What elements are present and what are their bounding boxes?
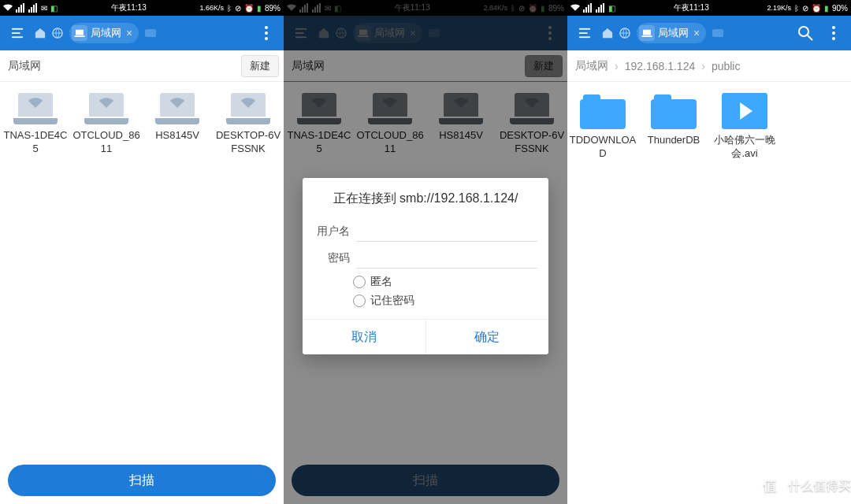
- chevron-right-icon: ›: [701, 60, 705, 72]
- breadcrumb-seg[interactable]: 局域网: [575, 59, 608, 73]
- net-speed: 1.66K/s: [199, 4, 224, 12]
- anonymous-checkbox[interactable]: 匿名: [314, 275, 537, 289]
- location-tab[interactable]: 局域网 ×: [637, 23, 706, 43]
- laptop-icon: [84, 93, 128, 124]
- dialog-title: 正在连接到 smb://192.168.1.124/: [314, 191, 537, 207]
- svg-point-24: [799, 27, 808, 36]
- battery-text: 90%: [832, 4, 848, 13]
- home-icon[interactable]: [602, 28, 613, 39]
- tab-label: 局域网: [658, 26, 689, 40]
- battery-icon: ▮: [257, 4, 262, 13]
- globe-icon[interactable]: [619, 28, 630, 39]
- folder-item[interactable]: TDDOWNLOAD: [567, 88, 638, 165]
- alarm-icon: ⏰: [812, 4, 821, 13]
- breadcrumb-seg[interactable]: 192.168.1.124: [625, 60, 696, 72]
- signal-icon: [596, 3, 605, 13]
- globe-icon[interactable]: [52, 28, 63, 39]
- folder-icon: [580, 93, 626, 129]
- lan-icon: [639, 25, 655, 41]
- battery-icon: ▮: [824, 4, 829, 13]
- new-button[interactable]: 新建: [241, 55, 279, 77]
- signal-icon: [28, 3, 38, 13]
- svg-rect-5: [74, 35, 84, 37]
- password-input[interactable]: [356, 248, 537, 269]
- bluetooth-icon: ᛒ: [794, 4, 799, 13]
- close-tab-icon[interactable]: ×: [124, 27, 134, 39]
- video-item[interactable]: 小哈佛六一晚会.avi: [709, 88, 780, 165]
- password-label: 密码: [314, 251, 350, 265]
- breadcrumb: 局域网 新建: [0, 50, 284, 82]
- net-speed: 2.19K/s: [767, 4, 791, 12]
- svg-point-26: [832, 26, 835, 29]
- phone-screen-1: ✉ ◧ 午夜11:13 1.66K/s ᛒ ⊘ ⏰ ▮ 89% 局域网 ×: [0, 0, 284, 504]
- folder-icon: [651, 93, 697, 129]
- svg-point-7: [265, 32, 268, 35]
- bluetooth-icon: ᛒ: [227, 4, 232, 13]
- connect-dialog: 正在连接到 smb://192.168.1.124/ 用户名 密码 匿名 记住密…: [303, 178, 548, 354]
- device-item[interactable]: HS8145V: [142, 88, 213, 161]
- dnd-icon: ⊘: [802, 4, 808, 13]
- status-bar: ◧ 午夜11:13 2.19K/s ᛒ ⊘ ⏰ ▮ 90%: [567, 0, 851, 16]
- search-button[interactable]: [794, 22, 816, 44]
- svg-point-6: [265, 26, 268, 29]
- wechat-icon: ✉: [41, 4, 47, 13]
- overflow-menu[interactable]: [823, 22, 845, 44]
- battery-text: 89%: [265, 4, 281, 13]
- phone-screen-3: ◧ 午夜11:13 2.19K/s ᛒ ⊘ ⏰ ▮ 90% 局域网 ×: [567, 0, 851, 504]
- new-tab-button[interactable]: [712, 29, 723, 37]
- clock-text: 午夜11:13: [674, 2, 709, 13]
- svg-point-27: [832, 32, 835, 35]
- laptop-icon: [155, 93, 199, 124]
- clock-text: 午夜11:13: [111, 2, 147, 13]
- breadcrumb-root[interactable]: 局域网: [8, 59, 41, 73]
- device-item[interactable]: TNAS-1DE4C5: [0, 88, 71, 161]
- location-tab[interactable]: 局域网 ×: [69, 23, 139, 43]
- dnd-icon: ⊘: [235, 4, 241, 13]
- svg-rect-23: [641, 35, 652, 37]
- username-label: 用户名: [314, 224, 350, 239]
- device-item[interactable]: OTCLOUD_8611: [71, 88, 142, 161]
- remember-checkbox[interactable]: 记住密码: [314, 294, 537, 308]
- app-toolbar: 局域网 ×: [567, 16, 851, 50]
- file-grid: TDDOWNLOAD ThunderDB 小哈佛六一晚会.avi: [567, 82, 851, 172]
- breadcrumb: 局域网 › 192.168.1.124 › public: [567, 50, 851, 82]
- signal-icon: [583, 3, 593, 13]
- lan-icon: [72, 25, 87, 41]
- device-item[interactable]: DESKTOP-6VFSSNK: [213, 88, 284, 161]
- tab-label: 局域网: [91, 26, 121, 40]
- cancel-button[interactable]: 取消: [303, 320, 426, 354]
- scan-button[interactable]: 扫描: [8, 465, 276, 496]
- video-icon: [722, 93, 767, 129]
- svg-rect-4: [76, 30, 84, 35]
- username-input[interactable]: [356, 221, 537, 242]
- status-bar: ✉ ◧ 午夜11:13 1.66K/s ᛒ ⊘ ⏰ ▮ 89%: [0, 0, 284, 16]
- chevron-right-icon: ›: [615, 60, 619, 72]
- alarm-icon: ⏰: [244, 4, 254, 13]
- home-icon[interactable]: [35, 28, 46, 39]
- close-tab-icon[interactable]: ×: [692, 27, 701, 39]
- menu-button[interactable]: [6, 22, 28, 44]
- svg-point-8: [265, 37, 268, 40]
- watermark: 值 什么值得买: [756, 472, 851, 499]
- svg-line-25: [808, 35, 812, 40]
- new-tab-button[interactable]: [145, 29, 156, 37]
- app-indicator-icon: ◧: [608, 4, 615, 13]
- phone-screen-2: ✉ ◧ 午夜11:13 2.84K/s ᛒ ⊘ ⏰ ▮ 89% 局域网 ×: [284, 0, 567, 504]
- overflow-menu[interactable]: [255, 22, 277, 44]
- device-grid: TNAS-1DE4C5 OTCLOUD_8611 HS8145V DESKTOP…: [0, 82, 284, 167]
- wifi-icon: [570, 3, 580, 13]
- app-indicator-icon: ◧: [50, 4, 58, 13]
- breadcrumb-seg[interactable]: public: [712, 60, 741, 72]
- signal-icon: [16, 3, 25, 13]
- folder-item[interactable]: ThunderDB: [638, 88, 709, 165]
- laptop-icon: [13, 93, 58, 124]
- watermark-icon: 值: [756, 472, 783, 499]
- svg-rect-22: [643, 30, 651, 35]
- svg-point-28: [832, 37, 835, 40]
- menu-button[interactable]: [574, 22, 596, 44]
- app-toolbar: 局域网 ×: [0, 16, 284, 50]
- wifi-icon: [3, 3, 13, 13]
- ok-button[interactable]: 确定: [426, 320, 549, 354]
- laptop-icon: [226, 93, 270, 124]
